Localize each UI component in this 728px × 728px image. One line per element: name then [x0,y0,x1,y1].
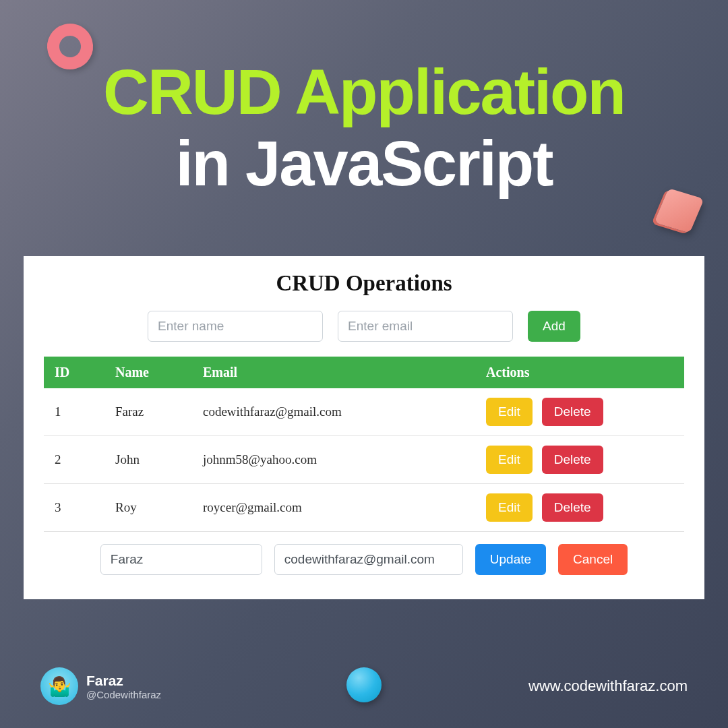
edit-name-input[interactable] [100,544,262,575]
col-id: ID [44,357,104,388]
col-email: Email [192,357,475,388]
delete-button[interactable]: Delete [542,446,603,474]
profile-name: Faraz [86,673,161,689]
table-row: 3Royroycer@gmail.comEditDelete [44,484,684,532]
data-table: ID Name Email Actions 1Farazcodewithfara… [44,357,684,532]
footer: 🤷‍♂️ Faraz @Codewithfaraz www.codewithfa… [0,667,728,705]
name-input[interactable] [148,311,323,342]
update-button[interactable]: Update [475,544,546,575]
col-name: Name [104,357,192,388]
table-row: 1Farazcodewithfaraz@gmail.comEditDelete [44,388,684,436]
avatar: 🤷‍♂️ [40,667,78,705]
app-card: CRUD Operations Add ID Name Email Action… [24,256,704,599]
edit-button[interactable]: Edit [486,446,533,474]
cell-email: johnm58@yahoo.com [192,436,475,484]
table-row: 2Johnjohnm58@yahoo.comEditDelete [44,436,684,484]
edit-email-input[interactable] [274,544,463,575]
cell-email: codewithfaraz@gmail.com [192,388,475,436]
edit-button[interactable]: Edit [486,493,533,522]
delete-button[interactable]: Delete [542,493,603,522]
card-heading: CRUD Operations [44,271,684,296]
cell-id: 3 [44,484,104,532]
add-form: Add [44,311,684,342]
edit-form: Update Cancel [44,544,684,575]
cell-name: Faraz [104,388,192,436]
cell-name: John [104,436,192,484]
col-actions: Actions [475,357,684,388]
page-title: CRUD Application in JavaScript [0,61,728,198]
add-button[interactable]: Add [528,311,580,342]
cell-email: roycer@gmail.com [192,484,475,532]
cell-id: 2 [44,436,104,484]
title-line-1: CRUD Application [0,61,728,124]
edit-button[interactable]: Edit [486,398,533,426]
cell-name: Roy [104,484,192,532]
email-input[interactable] [338,311,513,342]
profile-handle: @Codewithfaraz [86,689,161,700]
delete-button[interactable]: Delete [542,398,603,426]
title-line-2: in JavaScript [0,131,728,198]
profile-block: 🤷‍♂️ Faraz @Codewithfaraz [40,667,161,705]
site-url: www.codewithfaraz.com [528,677,688,695]
cell-id: 1 [44,388,104,436]
cancel-button[interactable]: Cancel [558,544,628,575]
